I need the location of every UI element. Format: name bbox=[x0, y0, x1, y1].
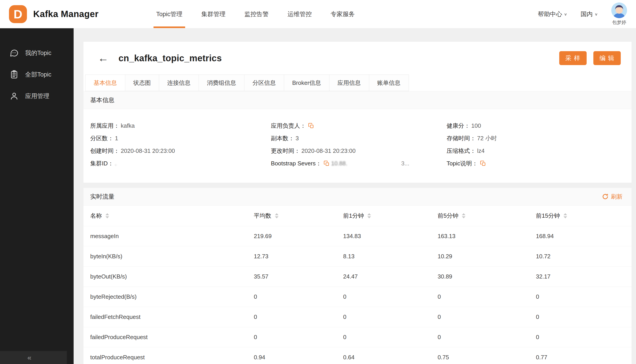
chat-bubble-icon bbox=[10, 48, 19, 58]
user-menu[interactable]: 包梦婷 bbox=[611, 2, 627, 26]
sample-button[interactable]: 采 样 bbox=[559, 51, 587, 65]
app-logo-icon: D bbox=[9, 5, 27, 23]
field-health-score: 健康分： 100 bbox=[446, 120, 632, 132]
field-compression: 压缩格式： lz4 bbox=[446, 144, 632, 157]
field-created-time: 创建时间： 2020-08-31 20:23:00 bbox=[90, 144, 271, 157]
sidebar-item-all-topic[interactable]: 全部Topic bbox=[0, 64, 74, 85]
refresh-button[interactable]: 刷新 bbox=[602, 193, 622, 201]
tab-bill-info[interactable]: 账单信息 bbox=[369, 74, 409, 91]
topbar-right: 帮助中心 ∨ 国内 ∨ 包梦婷 bbox=[538, 2, 627, 26]
help-center-label: 帮助中心 bbox=[538, 10, 562, 18]
tab-basic-info[interactable]: 基本信息 bbox=[85, 74, 125, 91]
sidebar-item-label: 全部Topic bbox=[25, 70, 52, 78]
chevron-down-icon: ∨ bbox=[594, 12, 598, 16]
tab-consumer-group-info[interactable]: 消费组信息 bbox=[198, 74, 244, 91]
sort-icon[interactable] bbox=[367, 213, 371, 218]
table-row: byteIn(KB/s) 12.73 8.13 10.29 10.72 bbox=[84, 246, 632, 266]
sort-icon[interactable] bbox=[564, 213, 567, 218]
field-cluster-id: 集群ID： . bbox=[90, 157, 271, 170]
table-row: messageIn 219.69 134.83 163.13 168.94 bbox=[84, 226, 632, 246]
sidebar-item-my-topic[interactable]: 我的Topic bbox=[0, 42, 74, 64]
col-last-15min: 前15分钟 bbox=[536, 212, 632, 220]
section-title: 实时流量 bbox=[90, 192, 114, 201]
table-row: failedProduceRequest 0 0 0 0 bbox=[84, 327, 632, 348]
app-title: Kafka Manager bbox=[33, 9, 98, 19]
back-button[interactable]: ← bbox=[98, 53, 108, 64]
copy-icon[interactable] bbox=[308, 123, 314, 129]
avatar[interactable] bbox=[611, 2, 627, 18]
tab-status-chart[interactable]: 状态图 bbox=[125, 74, 159, 91]
topic-detail-card: ← cn_kafka_topic_metrics 采 样 编 辑 基本信息 状态… bbox=[84, 42, 632, 183]
table-row: byteOut(KB/s) 35.57 24.47 30.89 32.17 bbox=[84, 266, 632, 287]
table-row: byteRejected(B/s) 0 0 0 0 bbox=[84, 287, 632, 307]
table-row: failedFetchRequest 0 0 0 0 bbox=[84, 307, 632, 327]
realtime-traffic-card: 实时流量 刷新 名称 平均数 前1分钟 前5分钟 bbox=[84, 188, 632, 364]
tab-broker-info[interactable]: Broker信息 bbox=[284, 74, 330, 91]
page-title: cn_kafka_topic_metrics bbox=[118, 53, 222, 63]
region-label: 国内 bbox=[580, 10, 593, 18]
col-last-5min: 前5分钟 bbox=[438, 212, 536, 220]
nav-topic-management[interactable]: Topic管理 bbox=[147, 0, 192, 28]
region-selector[interactable]: 国内 ∨ bbox=[580, 10, 598, 18]
col-last-1min: 前1分钟 bbox=[343, 212, 438, 220]
nav-cluster-management[interactable]: 集群管理 bbox=[192, 0, 235, 28]
main-content: ← cn_kafka_topic_metrics 采 样 编 辑 基本信息 状态… bbox=[74, 28, 636, 364]
basic-info-fields: 所属应用： kafka 应用负责人： 健康分： 100 分区数： 1 副本数： … bbox=[84, 109, 632, 183]
field-topic-description: Topic说明： bbox=[446, 157, 632, 170]
col-average: 平均数 bbox=[254, 212, 343, 220]
field-retention: 存储时间： 72 小时 bbox=[446, 132, 632, 144]
title-row: ← cn_kafka_topic_metrics 采 样 编 辑 bbox=[84, 42, 632, 74]
title-actions: 采 样 编 辑 bbox=[559, 51, 621, 65]
field-modified-time: 更改时间： 2020-08-31 20:23:00 bbox=[271, 144, 446, 157]
col-name: 名称 bbox=[90, 212, 254, 220]
field-owner: 应用负责人： bbox=[271, 120, 446, 132]
field-app: 所属应用： kafka bbox=[90, 120, 271, 132]
sidebar-item-label: 我的Topic bbox=[25, 49, 52, 57]
refresh-icon bbox=[602, 193, 608, 200]
tab-app-info[interactable]: 应用信息 bbox=[329, 74, 369, 91]
top-bar: D Kafka Manager Topic管理 集群管理 监控告警 运维管控 专… bbox=[0, 0, 636, 28]
tab-connection-info[interactable]: 连接信息 bbox=[159, 74, 199, 91]
sidebar-collapse-button[interactable]: « bbox=[0, 351, 67, 364]
edit-button[interactable]: 编 辑 bbox=[593, 51, 621, 65]
section-title: 基本信息 bbox=[90, 96, 114, 104]
refresh-label: 刷新 bbox=[611, 193, 622, 201]
sidebar-item-app-management[interactable]: 应用管理 bbox=[0, 85, 74, 107]
detail-tabs: 基本信息 状态图 连接信息 消费组信息 分区信息 Broker信息 应用信息 账… bbox=[84, 74, 632, 91]
field-bootstrap-servers: Bootstrap Severs： 10.88. 3... bbox=[271, 157, 446, 170]
sort-icon[interactable] bbox=[106, 213, 109, 218]
sort-icon[interactable] bbox=[462, 213, 466, 218]
clipboard-icon bbox=[10, 70, 19, 79]
field-replicas: 副本数： 3 bbox=[271, 132, 446, 144]
help-center-menu[interactable]: 帮助中心 ∨ bbox=[538, 10, 567, 18]
user-icon bbox=[10, 91, 19, 101]
table-header: 名称 平均数 前1分钟 前5分钟 前15分钟 bbox=[84, 206, 632, 226]
sidebar-item-label: 应用管理 bbox=[25, 92, 49, 100]
user-name: 包梦婷 bbox=[612, 19, 626, 26]
nav-expert-service[interactable]: 专家服务 bbox=[321, 0, 364, 28]
sidebar: 我的Topic 全部Topic 应用管理 « bbox=[0, 28, 74, 364]
nav-ops-control[interactable]: 运维管控 bbox=[278, 0, 321, 28]
tab-partition-info[interactable]: 分区信息 bbox=[244, 74, 284, 91]
chevron-down-icon: ∨ bbox=[564, 12, 567, 16]
sort-icon[interactable] bbox=[275, 213, 278, 218]
copy-icon[interactable] bbox=[480, 160, 486, 166]
basic-info-section-header: 基本信息 bbox=[84, 91, 632, 109]
table-row: totalProduceRequest 0.94 0.64 0.75 0.77 bbox=[84, 348, 632, 364]
realtime-section-header: 实时流量 刷新 bbox=[84, 188, 632, 206]
nav-monitor-alerts[interactable]: 监控告警 bbox=[235, 0, 278, 28]
field-partitions: 分区数： 1 bbox=[90, 132, 271, 144]
copy-icon[interactable] bbox=[324, 160, 330, 166]
collapse-icon: « bbox=[28, 354, 32, 362]
main-nav: Topic管理 集群管理 监控告警 运维管控 专家服务 bbox=[147, 0, 364, 28]
